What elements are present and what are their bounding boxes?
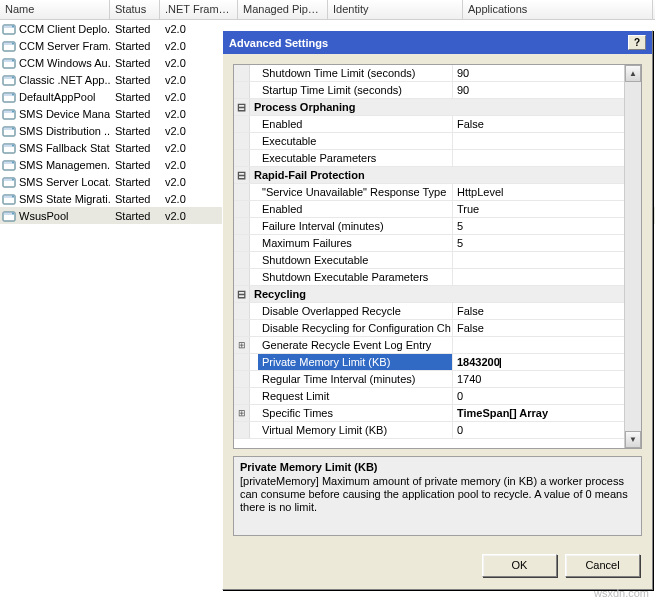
property-value[interactable] — [453, 252, 624, 268]
app-pool-icon — [2, 22, 16, 36]
property-value[interactable]: 90 — [453, 82, 624, 98]
collapse-icon[interactable]: ⊟ — [234, 99, 250, 115]
property-value[interactable]: 0 — [453, 422, 624, 438]
svg-point-30 — [12, 144, 14, 146]
list-item-name: CCM Server Fram... — [19, 40, 110, 52]
property-row[interactable]: Disable Recycling for Configuration ChFa… — [234, 320, 624, 337]
col-header-apps[interactable]: Applications — [463, 0, 653, 19]
property-name: Regular Time Interval (minutes) — [258, 371, 453, 387]
col-header-status[interactable]: Status — [110, 0, 160, 19]
property-value[interactable]: 5 — [453, 235, 624, 251]
property-group[interactable]: ⊟Process Orphaning — [234, 99, 624, 116]
svg-point-6 — [12, 42, 14, 44]
property-value[interactable]: HttpLevel — [453, 184, 624, 200]
app-pool-icon — [2, 107, 16, 121]
list-item-name: SMS Device Mana... — [19, 108, 110, 120]
property-row[interactable]: Startup Time Limit (seconds)90 — [234, 82, 624, 99]
list-item-version: v2.0 — [160, 210, 218, 222]
property-row[interactable]: Virtual Memory Limit (KB)0 — [234, 422, 624, 439]
property-value[interactable] — [453, 337, 624, 353]
col-header-managed[interactable]: Managed Pipeli... — [238, 0, 328, 19]
property-name: Maximum Failures — [258, 235, 453, 251]
list-item-version: v2.0 — [160, 193, 218, 205]
property-name: Disable Overlapped Recycle — [258, 303, 453, 319]
svg-point-18 — [12, 93, 14, 95]
property-row[interactable]: Executable Parameters — [234, 150, 624, 167]
property-name: Failure Interval (minutes) — [258, 218, 453, 234]
ok-button[interactable]: OK — [482, 554, 557, 577]
gutter — [234, 82, 250, 98]
advanced-settings-dialog: Advanced Settings ? Shutdown Time Limit … — [222, 30, 653, 590]
svg-point-46 — [12, 212, 14, 214]
cancel-button[interactable]: Cancel — [565, 554, 640, 577]
scrollbar[interactable]: ▲ ▼ — [624, 65, 641, 448]
property-row[interactable]: Maximum Failures5 — [234, 235, 624, 252]
property-value[interactable] — [453, 269, 624, 285]
property-grid: Shutdown Time Limit (seconds)90Startup T… — [233, 64, 642, 449]
col-header-name[interactable]: Name — [0, 0, 110, 19]
property-row[interactable]: ⊞Generate Recycle Event Log Entry — [234, 337, 624, 354]
property-row[interactable]: Shutdown Executable — [234, 252, 624, 269]
collapse-icon[interactable]: ⊟ — [234, 286, 250, 302]
collapse-icon[interactable]: ⊟ — [234, 167, 250, 183]
property-value[interactable]: False — [453, 303, 624, 319]
property-value[interactable]: True — [453, 201, 624, 217]
list-item-status: Started — [110, 193, 160, 205]
scroll-down-icon[interactable]: ▼ — [625, 431, 641, 448]
property-name: Request Limit — [258, 388, 453, 404]
property-name: "Service Unavailable" Response Type — [258, 184, 453, 200]
property-row[interactable]: Executable — [234, 133, 624, 150]
property-value[interactable]: False — [453, 320, 624, 336]
property-group[interactable]: ⊟Recycling — [234, 286, 624, 303]
col-header-net[interactable]: .NET Frame... — [160, 0, 238, 19]
property-value[interactable]: 0 — [453, 388, 624, 404]
property-name: Shutdown Executable — [258, 252, 453, 268]
app-pool-icon — [2, 192, 16, 206]
scroll-up-icon[interactable]: ▲ — [625, 65, 641, 82]
property-row[interactable]: Private Memory Limit (KB)1843200 — [234, 354, 624, 371]
gutter — [234, 269, 250, 285]
gutter — [234, 354, 250, 370]
col-header-identity[interactable]: Identity — [328, 0, 463, 19]
property-row[interactable]: Shutdown Executable Parameters — [234, 269, 624, 286]
property-value[interactable] — [453, 133, 624, 149]
property-name: Executable — [258, 133, 453, 149]
property-row[interactable]: Request Limit0 — [234, 388, 624, 405]
gutter — [234, 388, 250, 404]
property-value[interactable]: 1843200 — [453, 354, 624, 370]
list-item-status: Started — [110, 159, 160, 171]
property-value[interactable]: 5 — [453, 218, 624, 234]
property-value[interactable]: 90 — [453, 65, 624, 81]
expand-icon[interactable]: ⊞ — [234, 337, 250, 353]
list-item-name: Classic .NET App... — [19, 74, 110, 86]
gutter — [234, 150, 250, 166]
svg-point-42 — [12, 195, 14, 197]
property-value[interactable]: 1740 — [453, 371, 624, 387]
property-row[interactable]: ⊞Specific TimesTimeSpan[] Array — [234, 405, 624, 422]
gutter — [234, 218, 250, 234]
help-button[interactable]: ? — [628, 35, 646, 50]
property-row[interactable]: EnabledTrue — [234, 201, 624, 218]
list-item-version: v2.0 — [160, 23, 218, 35]
property-row[interactable]: "Service Unavailable" Response TypeHttpL… — [234, 184, 624, 201]
property-group-name: Recycling — [250, 286, 610, 302]
property-value[interactable]: TimeSpan[] Array — [453, 405, 624, 421]
property-name: Virtual Memory Limit (KB) — [258, 422, 453, 438]
list-item-version: v2.0 — [160, 176, 218, 188]
property-row[interactable]: Disable Overlapped RecycleFalse — [234, 303, 624, 320]
property-group-name: Rapid-Fail Protection — [250, 167, 610, 183]
property-value[interactable]: False — [453, 116, 624, 132]
property-row[interactable]: Shutdown Time Limit (seconds)90 — [234, 65, 624, 82]
property-group[interactable]: ⊟Rapid-Fail Protection — [234, 167, 624, 184]
app-pool-icon — [2, 39, 16, 53]
expand-icon[interactable]: ⊞ — [234, 405, 250, 421]
gutter — [234, 303, 250, 319]
list-item-name: CCM Client Deplo... — [19, 23, 110, 35]
app-pool-icon — [2, 124, 16, 138]
property-name: Executable Parameters — [258, 150, 453, 166]
list-item-version: v2.0 — [160, 108, 218, 120]
property-value[interactable] — [453, 150, 624, 166]
property-row[interactable]: EnabledFalse — [234, 116, 624, 133]
property-row[interactable]: Regular Time Interval (minutes)1740 — [234, 371, 624, 388]
property-row[interactable]: Failure Interval (minutes)5 — [234, 218, 624, 235]
